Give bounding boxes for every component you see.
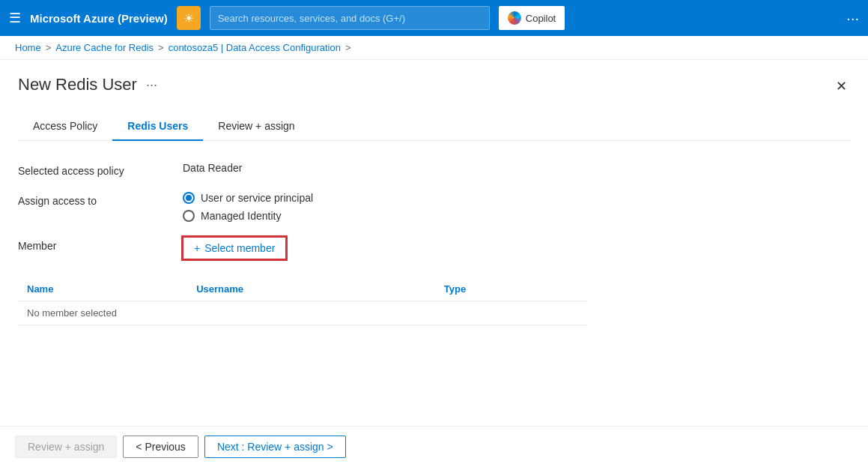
breadcrumb-sep-3: > (345, 42, 351, 53)
breadcrumb-azure-cache[interactable]: Azure Cache for Redis (55, 42, 154, 53)
no-member-message: No member selected (18, 301, 587, 325)
radio-user-service-principal[interactable]: User or service principal (183, 192, 313, 204)
members-table: Name Username Type No member selected (18, 277, 587, 325)
app-title: Microsoft Azure (Preview) (30, 12, 168, 25)
page-header: New Redis User ··· (18, 75, 850, 94)
bottom-bar: Review + assign < Previous Next : Review… (0, 426, 868, 467)
radio-managed-identity-label: Managed Identity (201, 210, 281, 222)
radio-user-service-principal-label: User or service principal (201, 192, 313, 204)
close-button[interactable]: ✕ (833, 75, 850, 97)
next-button[interactable]: Next : Review + assign > (204, 436, 346, 458)
copilot-label: Copilot (526, 13, 556, 24)
breadcrumb: Home > Azure Cache for Redis > contosoza… (0, 36, 868, 60)
tab-access-policy[interactable]: Access Policy (18, 112, 112, 141)
plus-icon: + (194, 242, 200, 254)
member-row: Member + Select member (18, 237, 850, 259)
form-section: Selected access policy Data Reader Assig… (18, 162, 850, 325)
review-assign-button[interactable]: Review + assign (15, 436, 117, 458)
nav-more-icon[interactable]: ··· (846, 10, 859, 27)
breadcrumb-home[interactable]: Home (15, 42, 41, 53)
table-empty-row: No member selected (18, 301, 587, 325)
selected-access-policy-value: Data Reader (183, 162, 242, 174)
radio-user-service-principal-input[interactable] (183, 192, 195, 204)
copilot-icon (508, 11, 521, 25)
hamburger-menu-icon[interactable]: ☰ (9, 10, 21, 26)
breadcrumb-contoso[interactable]: contosoza5 | Data Access Configuration (169, 42, 341, 53)
table-col-type: Type (435, 277, 587, 301)
breadcrumb-sep-1: > (46, 42, 52, 53)
assign-access-row: Assign access to User or service princip… (18, 192, 850, 222)
app-icon-badge: ☀ (177, 6, 201, 30)
table-header-row: Name Username Type (18, 277, 587, 301)
selected-access-policy-row: Selected access policy Data Reader (18, 162, 850, 177)
table-col-username: Username (187, 277, 435, 301)
assign-access-controls: User or service principal Managed Identi… (183, 192, 313, 222)
tab-redis-users[interactable]: Redis Users (112, 112, 203, 141)
previous-button[interactable]: < Previous (123, 436, 198, 458)
app-icon: ☀ (183, 11, 194, 25)
table-col-name: Name (18, 277, 187, 301)
page-title: New Redis User (18, 75, 137, 94)
search-bar[interactable] (210, 6, 490, 30)
tabs-container: Access Policy Redis Users Review + assig… (18, 112, 850, 141)
breadcrumb-sep-2: > (158, 42, 164, 53)
select-member-button[interactable]: + Select member (183, 237, 286, 259)
select-member-label: Select member (204, 242, 275, 254)
radio-managed-identity[interactable]: Managed Identity (183, 210, 313, 222)
radio-managed-identity-input[interactable] (183, 210, 195, 222)
page-more-icon[interactable]: ··· (146, 77, 157, 93)
tab-review-assign[interactable]: Review + assign (203, 112, 309, 141)
copilot-button[interactable]: Copilot (499, 6, 565, 30)
assign-access-label: Assign access to (18, 192, 183, 207)
top-navigation: ☰ Microsoft Azure (Preview) ☀ Copilot ··… (0, 0, 868, 36)
member-label: Member (18, 237, 183, 252)
main-content: New Redis User ··· ✕ Access Policy Redis… (0, 60, 868, 467)
search-input[interactable] (218, 13, 482, 24)
selected-access-policy-label: Selected access policy (18, 162, 183, 177)
